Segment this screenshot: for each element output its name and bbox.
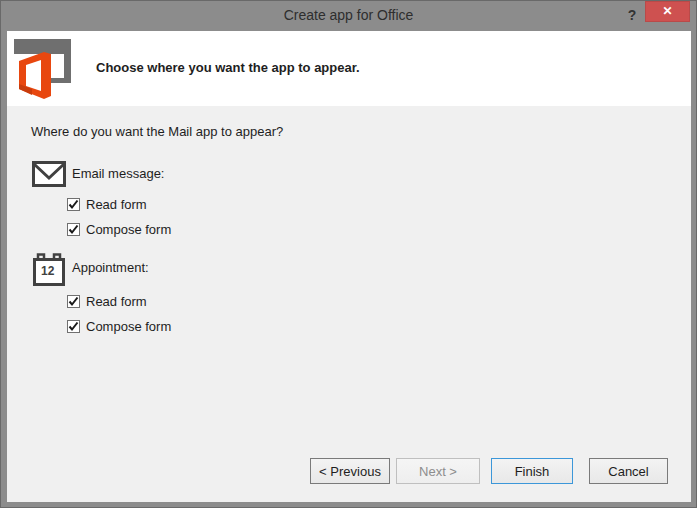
previous-button[interactable]: < Previous bbox=[310, 458, 390, 484]
email-message-icon bbox=[32, 161, 66, 191]
create-app-for-office-dialog: Create app for Office ? ✕ Choose where y… bbox=[0, 0, 697, 508]
email-compose-form-checkbox-row[interactable]: Compose form bbox=[67, 222, 171, 237]
checkmark-icon bbox=[68, 321, 79, 332]
cancel-button[interactable]: Cancel bbox=[589, 458, 668, 484]
email-message-section-label: Email message: bbox=[72, 166, 164, 181]
checkmark-icon bbox=[68, 224, 79, 235]
close-button[interactable]: ✕ bbox=[645, 1, 690, 22]
appointment-compose-form-checkbox-row[interactable]: Compose form bbox=[67, 319, 171, 334]
svg-text:12: 12 bbox=[41, 264, 55, 278]
appointment-compose-form-label[interactable]: Compose form bbox=[86, 319, 171, 334]
appointment-read-form-label[interactable]: Read form bbox=[86, 294, 147, 309]
office-logo-icon bbox=[12, 37, 74, 105]
dialog-title: Create app for Office bbox=[2, 7, 695, 23]
email-read-form-checkbox-row[interactable]: Read form bbox=[67, 197, 147, 212]
checkmark-icon bbox=[68, 199, 79, 210]
email-compose-form-checkbox[interactable] bbox=[67, 223, 80, 236]
appointment-section-label: Appointment: bbox=[72, 260, 149, 275]
help-button[interactable]: ? bbox=[623, 5, 641, 25]
close-icon: ✕ bbox=[662, 4, 672, 18]
finish-button[interactable]: Finish bbox=[491, 458, 573, 484]
appointment-read-form-checkbox-row[interactable]: Read form bbox=[67, 294, 147, 309]
email-compose-form-label[interactable]: Compose form bbox=[86, 222, 171, 237]
email-read-form-checkbox[interactable] bbox=[67, 198, 80, 211]
next-button: Next > bbox=[396, 458, 480, 484]
appointment-calendar-icon: 12 bbox=[33, 253, 66, 291]
appointment-read-form-checkbox[interactable] bbox=[67, 295, 80, 308]
banner-instruction: Choose where you want the app to appear. bbox=[96, 60, 360, 75]
email-read-form-label[interactable]: Read form bbox=[86, 197, 147, 212]
checkmark-icon bbox=[68, 296, 79, 307]
title-bar: Create app for Office ? ✕ bbox=[2, 1, 695, 31]
appointment-compose-form-checkbox[interactable] bbox=[67, 320, 80, 333]
question-label: Where do you want the Mail app to appear… bbox=[31, 124, 283, 139]
